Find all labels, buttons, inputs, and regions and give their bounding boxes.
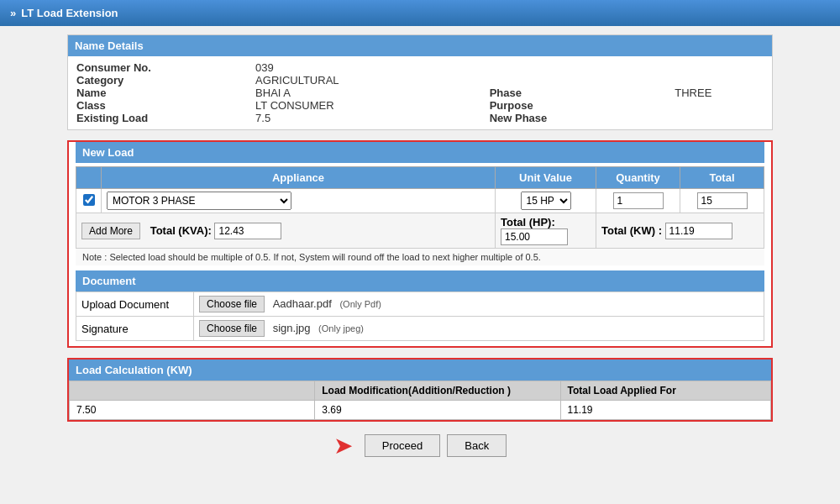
note-text: Note : Selected load should be multiple …: [76, 249, 764, 265]
calc-col-existing: [70, 381, 315, 401]
title-bar-icon: »: [10, 7, 16, 19]
col-checkbox: [76, 167, 102, 189]
upload-doc-row: Upload Document Choose file Aadhaar.pdf …: [76, 292, 764, 317]
document-section: Document Upload Document Choose file Aad…: [69, 270, 771, 341]
purpose-label: Purpose: [456, 99, 675, 112]
proceed-button[interactable]: Proceed: [365, 434, 440, 457]
total-kva-input[interactable]: [214, 223, 281, 239]
unit-value-select[interactable]: 15 HP 5 HP 10 HP 20 HP: [521, 192, 571, 210]
existing-load-calc-input[interactable]: [76, 404, 307, 416]
total-applied-calc: [560, 401, 771, 420]
total-kva-label: Total (KVA):: [150, 224, 212, 237]
category-label: Category: [76, 74, 255, 87]
add-more-button[interactable]: Add More: [81, 223, 140, 239]
new-phase-label: New Phase: [456, 112, 675, 124]
upload-doc-filename: Aadhaar.pdf: [273, 297, 332, 310]
signature-label: Signature: [76, 317, 194, 341]
col-quantity: Quantity: [596, 167, 680, 189]
load-row-checkbox[interactable]: [83, 194, 95, 206]
upload-doc-button[interactable]: Choose file: [199, 296, 265, 312]
title-bar: » LT Load Extension: [0, 0, 840, 26]
buttons-row: ➤ Proceed Back: [67, 432, 773, 459]
consumer-no-value: 039: [255, 61, 456, 74]
signature-button[interactable]: Choose file: [199, 320, 265, 337]
appliance-select[interactable]: MOTOR 3 PHASE MOTOR 1 PHASE LIGHT FAN HE…: [107, 192, 291, 210]
name-label: Name: [76, 87, 255, 99]
calc-col-modification: Load Modification(Addition/Reduction ): [315, 381, 560, 401]
name-details-header: Name Details: [68, 35, 772, 56]
total-kw-label: Total (KW) :: [601, 224, 662, 237]
class-value: LT CONSUMER: [255, 99, 456, 112]
name-value: BHAI A: [255, 87, 456, 99]
modification-calc: [315, 401, 560, 420]
new-load-outer: New Load Appliance Unit Value Quantity T…: [67, 140, 773, 348]
existing-load-value: 7.5: [255, 112, 456, 124]
load-calc-row: [70, 401, 771, 420]
load-calc-section: Load Calculation (KW) Load Modification(…: [67, 358, 773, 422]
existing-load-label: Existing Load: [76, 112, 255, 124]
quantity-input[interactable]: [613, 192, 664, 209]
modification-calc-input[interactable]: [322, 404, 553, 416]
col-unit-value: Unit Value: [496, 167, 596, 189]
phase-value: THREE: [675, 87, 764, 99]
purpose-value: [675, 99, 764, 112]
signature-filename: sign.jpg: [273, 322, 311, 334]
load-calc-header: Load Calculation (KW): [69, 360, 771, 381]
new-load-section: New Load Appliance Unit Value Quantity T…: [69, 142, 771, 265]
signature-only-label: (Only jpeg): [318, 323, 364, 333]
total-applied-calc-input[interactable]: [568, 404, 764, 416]
back-button[interactable]: Back: [447, 434, 507, 457]
total-hp-label: Total (HP):: [501, 216, 555, 228]
col-appliance: Appliance: [102, 167, 496, 189]
calc-col-total: Total Load Applied For: [560, 381, 771, 401]
category-value: AGRICULTURAL: [255, 74, 456, 87]
document-header: Document: [76, 270, 764, 291]
total-kw-input[interactable]: [665, 223, 732, 239]
total-hp-input[interactable]: [501, 228, 568, 245]
load-calc-table: Load Modification(Addition/Reduction ) T…: [69, 381, 771, 420]
new-load-header: New Load: [76, 142, 764, 163]
title-bar-title: LT Load Extension: [21, 7, 118, 19]
phase-label: Phase: [456, 87, 675, 99]
load-row: MOTOR 3 PHASE MOTOR 1 PHASE LIGHT FAN HE…: [76, 189, 764, 213]
load-table: Appliance Unit Value Quantity Total MOT: [76, 166, 764, 249]
upload-doc-only-label: (Only Pdf): [339, 299, 381, 309]
class-label: Class: [76, 99, 255, 112]
new-phase-value: [675, 112, 764, 124]
document-table: Upload Document Choose file Aadhaar.pdf …: [76, 291, 764, 341]
name-details-section: Name Details Consumer No. 039 Category A…: [67, 34, 773, 130]
add-more-row: Add More Total (KVA): Total (HP): Total …: [76, 213, 764, 249]
arrow-icon: ➤: [333, 432, 353, 459]
signature-row: Signature Choose file sign.jpg (Only jpe…: [76, 317, 764, 341]
upload-doc-label: Upload Document: [76, 292, 194, 317]
consumer-no-label: Consumer No.: [76, 61, 255, 74]
col-total: Total: [680, 167, 764, 189]
existing-load-calc: [70, 401, 315, 420]
total-input[interactable]: [697, 192, 748, 209]
name-details-body: Consumer No. 039 Category AGRICULTURAL N…: [68, 56, 772, 129]
